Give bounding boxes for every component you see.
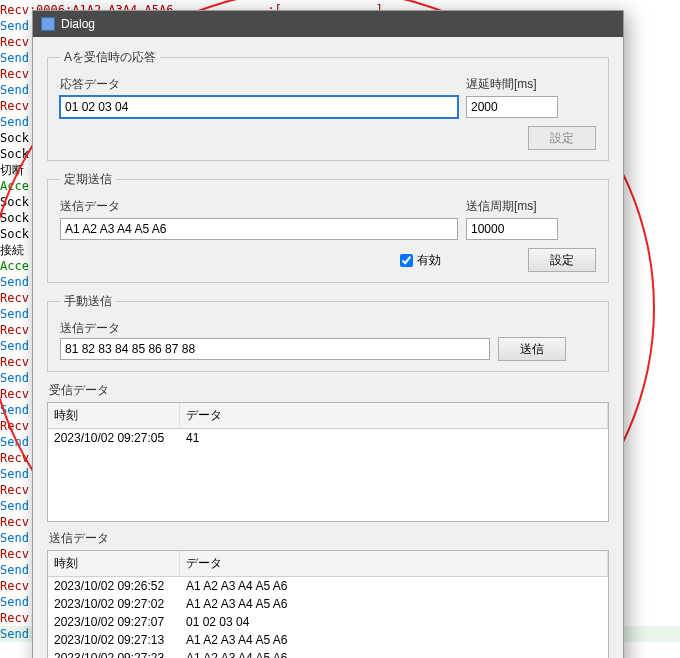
group-periodic-legend: 定期送信: [60, 171, 116, 188]
periodic-data-input[interactable]: [60, 218, 458, 240]
cell-data: A1 A2 A3 A4 A5 A6: [180, 595, 608, 613]
table-row[interactable]: 2023/10/02 09:27:0541: [48, 429, 608, 447]
group-manual-legend: 手動送信: [60, 293, 116, 310]
table-row[interactable]: 2023/10/02 09:26:52A1 A2 A3 A4 A5 A6: [48, 577, 608, 595]
cell-time: 2023/10/02 09:26:52: [48, 577, 180, 595]
cell-data: 01 02 03 04: [180, 613, 608, 631]
send-col-data[interactable]: データ: [180, 551, 608, 576]
cell-data: A1 A2 A3 A4 A5 A6: [180, 631, 608, 649]
manual-data-input[interactable]: [60, 338, 490, 360]
periodic-enable-input[interactable]: [400, 254, 413, 267]
group-response: Aを受信時の応答 応答データ 遅延時間[ms] 設定: [47, 49, 609, 161]
recv-col-time[interactable]: 時刻: [48, 403, 180, 428]
send-section-label: 送信データ: [49, 530, 609, 547]
response-delay-input[interactable]: [466, 96, 558, 118]
cell-time: 2023/10/02 09:27:23: [48, 649, 180, 658]
table-row[interactable]: 2023/10/02 09:27:23A1 A2 A3 A4 A5 A6: [48, 649, 608, 658]
cell-data: A1 A2 A3 A4 A5 A6: [180, 577, 608, 595]
group-response-legend: Aを受信時の応答: [60, 49, 160, 66]
send-col-time[interactable]: 時刻: [48, 551, 180, 576]
periodic-period-label: 送信周期[ms]: [466, 198, 558, 215]
response-data-label: 応答データ: [60, 76, 458, 93]
dialog-title: Dialog: [61, 17, 95, 31]
cell-data: A1 A2 A3 A4 A5 A6: [180, 649, 608, 658]
recv-col-data[interactable]: データ: [180, 403, 608, 428]
dialog-window: Dialog Aを受信時の応答 応答データ 遅延時間[ms] 設定 定期送信: [32, 10, 624, 658]
send-grid: 時刻 データ 2023/10/02 09:26:52A1 A2 A3 A4 A5…: [47, 550, 609, 658]
cell-time: 2023/10/02 09:27:05: [48, 429, 180, 447]
send-grid-body[interactable]: 2023/10/02 09:26:52A1 A2 A3 A4 A5 A62023…: [48, 577, 608, 658]
response-delay-label: 遅延時間[ms]: [466, 76, 558, 93]
recv-grid: 時刻 データ 2023/10/02 09:27:0541: [47, 402, 609, 522]
periodic-enable-checkbox[interactable]: 有効: [400, 252, 441, 269]
manual-data-label: 送信データ: [60, 321, 120, 335]
periodic-enable-label: 有効: [417, 252, 441, 269]
recv-section-label: 受信データ: [49, 382, 609, 399]
response-set-button[interactable]: 設定: [528, 126, 596, 150]
response-data-input[interactable]: [60, 96, 458, 118]
cell-time: 2023/10/02 09:27:13: [48, 631, 180, 649]
periodic-data-label: 送信データ: [60, 198, 458, 215]
group-manual: 手動送信 送信データ 送信: [47, 293, 609, 372]
recv-grid-body[interactable]: 2023/10/02 09:27:0541: [48, 429, 608, 521]
cell-time: 2023/10/02 09:27:02: [48, 595, 180, 613]
manual-send-button[interactable]: 送信: [498, 337, 566, 361]
cell-time: 2023/10/02 09:27:07: [48, 613, 180, 631]
group-periodic: 定期送信 送信データ 送信周期[ms] 有効 設定: [47, 171, 609, 283]
app-icon: [41, 17, 55, 31]
periodic-period-input[interactable]: [466, 218, 558, 240]
table-row[interactable]: 2023/10/02 09:27:0701 02 03 04: [48, 613, 608, 631]
table-row[interactable]: 2023/10/02 09:27:13A1 A2 A3 A4 A5 A6: [48, 631, 608, 649]
cell-data: 41: [180, 429, 608, 447]
dialog-titlebar[interactable]: Dialog: [33, 11, 623, 37]
table-row[interactable]: 2023/10/02 09:27:02A1 A2 A3 A4 A5 A6: [48, 595, 608, 613]
periodic-set-button[interactable]: 設定: [528, 248, 596, 272]
